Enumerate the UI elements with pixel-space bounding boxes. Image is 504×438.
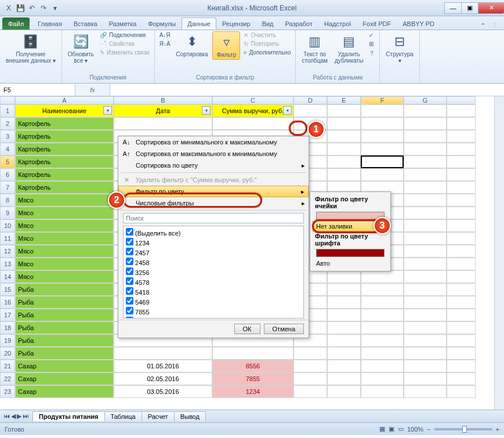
cell-name[interactable]: Мясо [15, 207, 114, 219]
zoom-value[interactable]: 100% [407, 426, 423, 433]
cell[interactable] [447, 283, 476, 296]
cell[interactable] [404, 296, 447, 309]
color-swatch-pink[interactable] [316, 212, 385, 220]
cell[interactable] [447, 296, 476, 309]
cell[interactable] [447, 270, 476, 283]
filter-dropdown-b[interactable]: ▾ [202, 106, 211, 115]
cell[interactable] [361, 334, 404, 347]
cell[interactable] [404, 168, 447, 181]
redo-icon[interactable]: ↷ [38, 3, 49, 13]
rowhead[interactable]: 8 [0, 194, 15, 207]
cell-sum[interactable]: 7855 [212, 372, 293, 385]
sort-az-button[interactable]: А↓Я [158, 31, 172, 39]
edit-links-button[interactable]: ✎Изменить связи [99, 49, 151, 56]
tab-developer[interactable]: Разработ [280, 17, 318, 30]
undo-icon[interactable]: ↶ [27, 3, 37, 13]
cell[interactable] [404, 232, 447, 245]
colhead-a[interactable]: A [15, 96, 114, 104]
cell[interactable] [361, 321, 404, 334]
qat-dropdown-icon[interactable]: ▾ [50, 3, 60, 13]
tab-review[interactable]: Рецензир [216, 17, 256, 30]
cell[interactable] [293, 372, 327, 385]
validation-button[interactable]: ✓ [368, 31, 376, 39]
zoom-in-button[interactable]: + [496, 426, 499, 433]
cell[interactable] [447, 258, 476, 270]
cell[interactable] [327, 270, 361, 283]
colhead-blank[interactable] [447, 96, 476, 104]
cell[interactable] [293, 385, 327, 398]
colhead-e[interactable]: E [327, 96, 361, 104]
cell-name[interactable]: Мясо [15, 194, 114, 207]
cell[interactable] [404, 270, 447, 283]
cell[interactable] [293, 104, 327, 117]
rowhead[interactable]: 11 [0, 232, 15, 245]
filter-search-input[interactable] [123, 213, 304, 223]
rowhead[interactable]: 10 [0, 219, 15, 232]
cell[interactable] [404, 104, 447, 117]
cell[interactable] [404, 219, 447, 232]
cell-name[interactable]: Мясо [15, 270, 114, 283]
remove-duplicates-button[interactable]: ▤Удалить дубликаты [332, 31, 365, 65]
cell[interactable] [361, 104, 404, 117]
cell[interactable] [361, 155, 404, 168]
minimize-button[interactable]: — [444, 2, 462, 14]
rowhead[interactable]: 7 [0, 181, 15, 194]
tab-view[interactable]: Вид [256, 17, 280, 30]
sort-za-button[interactable]: Я↓А [158, 40, 172, 48]
cell[interactable] [404, 245, 447, 258]
cell[interactable] [404, 347, 447, 360]
cell-date[interactable]: 02.05.2016 [114, 372, 212, 385]
filter-value-checkbox[interactable]: 2457 [125, 247, 302, 257]
rowhead[interactable]: 9 [0, 207, 15, 219]
close-button[interactable]: ✕ [478, 2, 504, 14]
cell[interactable] [447, 194, 476, 207]
cell-name[interactable]: Рыба [15, 347, 114, 360]
cell[interactable] [327, 385, 361, 398]
rowhead[interactable]: 23 [0, 385, 15, 398]
view-layout-icon[interactable]: ▣ [389, 425, 394, 433]
color-swatch-darkred[interactable] [316, 249, 385, 257]
consolidate-button[interactable]: ⊞ [368, 40, 376, 48]
rowhead[interactable]: 13 [0, 258, 15, 270]
cell[interactable] [293, 347, 327, 360]
cell[interactable] [327, 168, 361, 181]
cell[interactable] [447, 104, 476, 117]
cell[interactable] [361, 385, 404, 398]
rowhead[interactable]: 2 [0, 117, 15, 130]
cell-name[interactable]: Сахар [15, 372, 114, 385]
clear-filter-button[interactable]: ✕Очистить [242, 31, 292, 39]
cell-name[interactable]: Картофель [15, 117, 114, 130]
cell[interactable] [404, 194, 447, 207]
cell-sum[interactable] [212, 117, 293, 130]
view-break-icon[interactable]: ▭ [398, 425, 404, 433]
cell[interactable] [404, 181, 447, 194]
filter-values-list[interactable]: (Выделить все) 1234 2457 2458 3256 4578 … [123, 226, 304, 318]
cell-name[interactable]: Мясо [15, 258, 114, 270]
cell-name[interactable]: Сахар [15, 360, 114, 372]
rowhead[interactable]: 14 [0, 270, 15, 283]
cell[interactable] [327, 334, 361, 347]
tab-abbyy[interactable]: ABBYY PD [397, 17, 440, 30]
filter-button[interactable]: ▿Фильтр [212, 31, 240, 60]
help-icon[interactable]: ❔ [490, 22, 498, 30]
filter-dropdown-c[interactable]: ▾ [283, 106, 292, 115]
maximize-button[interactable]: ▣ [461, 2, 478, 14]
filter-value-checkbox[interactable]: 5469 [125, 296, 302, 306]
reapply-button[interactable]: ↻Повторить [242, 40, 292, 48]
rowhead[interactable]: 16 [0, 296, 15, 309]
minimize-ribbon-icon[interactable]: ⌃ [480, 22, 485, 30]
header-cell-name[interactable]: Наименование▾ [15, 104, 114, 117]
fx-icon[interactable]: fx [75, 84, 110, 96]
rowhead[interactable]: 17 [0, 309, 15, 321]
rowhead[interactable]: 4 [0, 143, 15, 155]
formula-input[interactable] [110, 84, 504, 96]
tab-formulas[interactable]: Формулы [142, 17, 182, 30]
cell-name[interactable]: Мясо [15, 232, 114, 245]
cell[interactable] [361, 309, 404, 321]
sort-desc-item[interactable]: A↑Сортировка от максимального к минималь… [118, 148, 309, 160]
cell[interactable] [361, 130, 404, 143]
rowhead[interactable]: 5 [0, 155, 15, 168]
cell[interactable] [447, 321, 476, 334]
cell-name[interactable]: Картофель [15, 181, 114, 194]
cell-name[interactable]: Сахар [15, 385, 114, 398]
